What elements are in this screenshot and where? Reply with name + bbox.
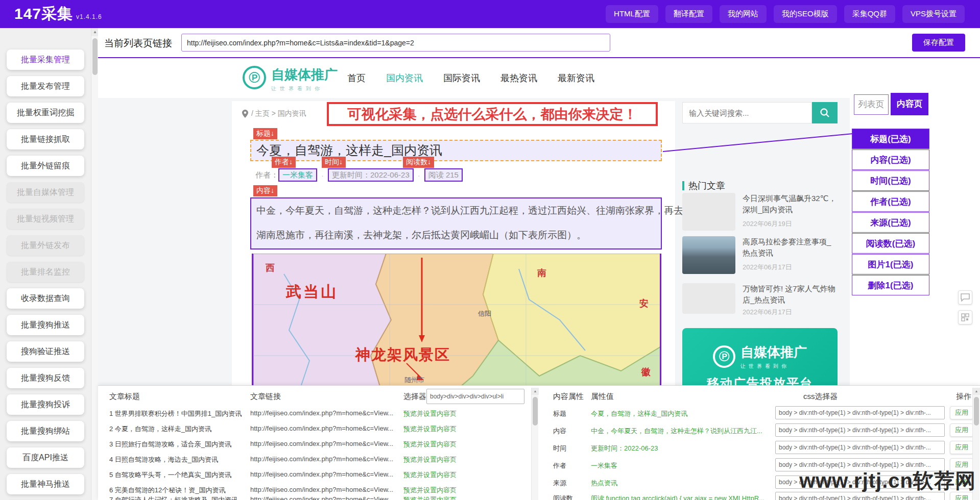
sidebar-item-backlink-publish: 批量外链发布 bbox=[7, 235, 84, 256]
list-row-title: 2 今夏，自驾游，这样走_国内资讯 bbox=[109, 424, 248, 434]
field-button-title[interactable]: 标题(已选) bbox=[852, 129, 929, 149]
field-label-reads[interactable]: 阅读数↓ bbox=[403, 157, 434, 168]
attr-row-selector-input[interactable] bbox=[775, 423, 945, 437]
topnav-vps-dial[interactable]: VPS拨号设置 bbox=[902, 5, 965, 23]
sidebar-item-keyword-mining[interactable]: 批量权重词挖掘 bbox=[7, 103, 84, 123]
site-nav-home[interactable]: 首页 bbox=[347, 72, 366, 84]
site-nav-latest[interactable]: 最新资讯 bbox=[558, 72, 594, 84]
map-label-city1: 信阳 bbox=[477, 310, 491, 317]
sidebar-item-backlink-trace[interactable]: 批量外链留痕 bbox=[7, 156, 84, 176]
list-row-link: http://feijiseo.com/index.php?m=home&c=V… bbox=[250, 440, 396, 447]
article-meta: 作者： 一米集客 · 更新时间：2022-06-23 · 阅读 215 bbox=[255, 168, 463, 182]
list-row-preview-link[interactable]: 预览并设置内容页 bbox=[403, 424, 457, 434]
scrollbar-thumb[interactable] bbox=[974, 397, 979, 426]
sidebar-item-shenma-push[interactable]: 批量神马推送 bbox=[7, 474, 84, 494]
save-config-button[interactable]: 保存配置 bbox=[912, 34, 965, 52]
attr-row-value: 更新时间：2022-06-23 bbox=[591, 444, 771, 453]
map-label-hui: 徽 bbox=[641, 367, 651, 377]
search-icon bbox=[820, 108, 830, 118]
topnav-qq-group[interactable]: 采集QQ群 bbox=[844, 5, 895, 23]
site-nav-international[interactable]: 国际资讯 bbox=[443, 72, 480, 84]
topnav-seo-templates[interactable]: 我的SEO模版 bbox=[774, 5, 837, 23]
sidebar-item-rank-monitor: 批量排名监控 bbox=[7, 262, 84, 282]
hot-article-title: 万物皆可炸! 这7家人气炸物店_热点资讯 bbox=[743, 283, 838, 306]
tab-list-page[interactable]: 列表页 bbox=[854, 94, 889, 115]
list-row-title: 3 日照旅行自驾游攻略，适合亲_国内资讯 bbox=[109, 440, 248, 449]
main-scrollbar[interactable]: ▲ bbox=[91, 28, 98, 500]
hot-article-date: 2022年06月19日 bbox=[743, 219, 792, 229]
scrollbar-thumb[interactable] bbox=[92, 38, 98, 75]
list-row-preview-link[interactable]: 预览并设置内容页 bbox=[403, 440, 457, 449]
field-button-delete1[interactable]: 删除1(已选) bbox=[852, 275, 929, 295]
field-button-reads[interactable]: 阅读数(已选) bbox=[852, 233, 929, 254]
meta-separator: · bbox=[321, 171, 324, 180]
list-url-input[interactable] bbox=[181, 34, 610, 52]
scroll-up-icon[interactable]: ▲ bbox=[973, 388, 980, 395]
scroll-up-icon[interactable]: ▲ bbox=[532, 388, 539, 395]
topnav-html-config[interactable]: HTML配置 bbox=[606, 5, 658, 23]
site-nav-domestic[interactable]: 国内资讯 bbox=[386, 72, 423, 84]
site-nav-hottest[interactable]: 最热资讯 bbox=[500, 72, 537, 84]
sidebar-item-sogou-verify-push[interactable]: 搜狗验证推送 bbox=[7, 341, 84, 362]
author-selection-box[interactable]: 一米集客 bbox=[278, 168, 317, 182]
reads-selection-box[interactable]: 阅读 215 bbox=[424, 168, 463, 182]
qr-grid-icon bbox=[961, 313, 969, 321]
hot-article-item[interactable]: 万物皆可炸! 这7家人气炸物店_热点资讯 2022年06月17日 bbox=[682, 283, 838, 324]
hot-article-item[interactable]: 高原马拉松参赛注意事项_热点资讯 2022年06月17日 bbox=[682, 236, 838, 277]
sidebar-item-sogou-push[interactable]: 批量搜狗推送 bbox=[7, 315, 84, 335]
hot-articles-title: 热门文章 bbox=[688, 180, 725, 192]
field-label-title[interactable]: 标题↓ bbox=[253, 128, 277, 139]
app-version: v1.4.1.6 bbox=[76, 13, 102, 20]
ad-banner[interactable]: ℗ 自媒体推广 让世界看到你 移动广告投放平台 bbox=[682, 328, 838, 385]
apply-button[interactable]: 应用 bbox=[950, 441, 973, 454]
qrcode-button[interactable] bbox=[958, 310, 972, 324]
time-selection-box[interactable]: 更新时间：2022-06-23 bbox=[328, 168, 414, 182]
field-label-time[interactable]: 时间↓ bbox=[322, 157, 346, 168]
sidebar-item-sogou-feedback[interactable]: 批量搜狗反馈 bbox=[7, 368, 84, 388]
field-button-image1[interactable]: 图片1(已选) bbox=[852, 254, 929, 274]
list-row-preview-link[interactable]: 预览并设置内容页 bbox=[403, 486, 457, 495]
sidebar-item-batch-publish[interactable]: 批量发布管理 bbox=[7, 76, 84, 96]
search-input[interactable] bbox=[682, 102, 812, 123]
field-button-author[interactable]: 作者(已选) bbox=[852, 191, 929, 212]
field-button-source[interactable]: 来源(已选) bbox=[852, 212, 929, 233]
sidebar-item-media-manage: 批量自媒体管理 bbox=[7, 182, 84, 203]
list-row-preview-link[interactable]: 预览并设置内容页 bbox=[403, 409, 457, 418]
attr-row-selector-input[interactable] bbox=[775, 441, 945, 454]
feedback-button[interactable] bbox=[958, 290, 972, 305]
list-row-preview-link[interactable]: 预览并设置内容页 bbox=[403, 470, 457, 480]
sidebar-item-sogou-complaint[interactable]: 批量搜狗投诉 bbox=[7, 394, 84, 415]
sidebar-item-baidu-api-push[interactable]: 百度API推送 bbox=[7, 447, 84, 468]
map-label-south: 南 bbox=[537, 268, 546, 278]
field-button-time[interactable]: 时间(已选) bbox=[852, 170, 929, 191]
field-button-content[interactable]: 内容(已选) bbox=[852, 149, 929, 170]
scrollbar-thumb[interactable] bbox=[533, 397, 538, 426]
list-row-preview-link[interactable]: 预览并设置内容页 bbox=[403, 455, 457, 464]
site-logo-icon: ℗ bbox=[243, 66, 266, 89]
attr-row-name: 阅读数 bbox=[553, 494, 589, 500]
topnav-translate-config[interactable]: 翻译配置 bbox=[665, 5, 712, 23]
location-pin-icon bbox=[242, 110, 248, 118]
list-row-preview-link[interactable]: 预览并设置内容页 bbox=[403, 495, 457, 500]
sidebar-item-sogou-bind[interactable]: 批量搜狗绑站 bbox=[7, 421, 84, 441]
list-selector-input[interactable] bbox=[426, 389, 524, 404]
field-label-author[interactable]: 作者↓ bbox=[272, 157, 296, 168]
sidebar-item-index-query[interactable]: 收录数据查询 bbox=[7, 288, 84, 309]
apply-button[interactable]: 应用 bbox=[950, 423, 973, 437]
scroll-up-icon[interactable]: ▲ bbox=[91, 28, 99, 36]
apply-button[interactable]: 应用 bbox=[950, 406, 973, 419]
sidebar-item-link-grab[interactable]: 批量链接抓取 bbox=[7, 129, 84, 149]
sidebar-item-batch-collect[interactable]: 批量采集管理 bbox=[7, 49, 84, 70]
list-table-scrollbar[interactable]: ▲ bbox=[531, 388, 538, 500]
site-logo[interactable]: ℗ 自媒体推广 让世界看到你 bbox=[243, 66, 338, 92]
tab-content-page[interactable]: 内容页 bbox=[891, 93, 928, 115]
search-button[interactable] bbox=[812, 102, 838, 123]
attr-row-selector-input[interactable] bbox=[775, 406, 945, 419]
topnav-my-sites[interactable]: 我的网站 bbox=[720, 5, 767, 23]
content-selection-box[interactable]: 中金，今年夏天，自驾游，这种走怎样？说到从江西九江起程，透过江西始兴、往湖南张家… bbox=[250, 197, 662, 249]
field-label-content[interactable]: 内容↓ bbox=[253, 185, 277, 196]
list-row-link: http://feijiseo.com/index.php?m=home&c=V… bbox=[250, 424, 396, 432]
breadcrumb[interactable]: / 主页 > 国内资讯 bbox=[242, 109, 306, 118]
selection-panel: 列表页 内容页 标题(已选) 内容(已选) 时间(已选) 作者(已选) 来源(已… bbox=[850, 58, 980, 385]
hot-article-item[interactable]: 今日深圳事气温飙升32℃，深圳_国内资讯 2022年06月19日 bbox=[682, 193, 838, 234]
